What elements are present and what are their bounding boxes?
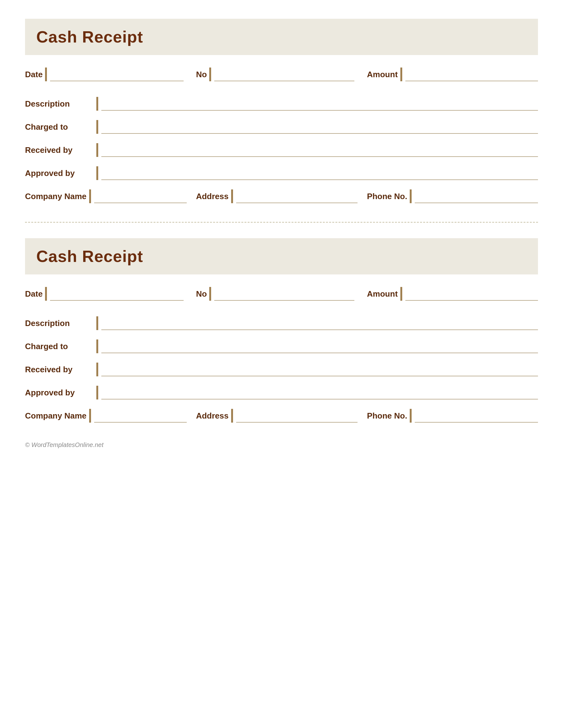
- receipt-1-description-row: Description: [25, 97, 538, 111]
- receipt-2: Cash Receipt Date No Amount Description: [25, 238, 538, 423]
- receipt-2-received-divider: [96, 363, 98, 376]
- receipt-1-address-label: Address: [196, 192, 229, 201]
- receipt-1-bottom-row: Company Name Address Phone No.: [25, 189, 538, 203]
- receipt-1-company-label: Company Name: [25, 192, 87, 201]
- receipt-2-address-label: Address: [196, 411, 229, 421]
- receipt-1-description-field[interactable]: [101, 97, 538, 111]
- receipt-1-no-label: No: [196, 70, 207, 79]
- receipt-2-received-field[interactable]: [101, 363, 538, 376]
- receipt-1-amount-field[interactable]: [405, 68, 538, 81]
- receipt-1: Cash Receipt Date No Amount Description: [25, 19, 538, 203]
- receipt-2-company-divider: [89, 409, 91, 423]
- receipt-2-date-label: Date: [25, 289, 43, 299]
- page-container: Cash Receipt Date No Amount Description: [25, 19, 538, 449]
- receipt-2-company-group: Company Name: [25, 409, 196, 423]
- receipt-1-description-label: Description: [25, 99, 94, 109]
- receipt-1-no-divider: [209, 68, 211, 81]
- receipt-2-bottom-row: Company Name Address Phone No.: [25, 409, 538, 423]
- receipt-2-approved-label: Approved by: [25, 388, 94, 398]
- receipt-2-date-group: Date: [25, 287, 196, 301]
- receipt-1-date-group: Date: [25, 68, 196, 81]
- receipt-2-approved-divider: [96, 386, 98, 399]
- receipt-1-no-field[interactable]: [214, 68, 355, 81]
- receipt-1-date-label: Date: [25, 70, 43, 79]
- receipt-1-date-divider: [45, 68, 47, 81]
- receipt-2-description-divider: [96, 316, 98, 330]
- receipt-1-phone-divider: [410, 189, 412, 203]
- receipt-2-address-group: Address: [196, 409, 367, 423]
- receipt-1-approved-field[interactable]: [101, 166, 538, 180]
- receipt-2-address-divider: [231, 409, 233, 423]
- receipt-2-description-label: Description: [25, 319, 94, 328]
- receipt-2-amount-field[interactable]: [405, 287, 538, 301]
- receipt-2-title: Cash Receipt: [36, 247, 143, 265]
- receipt-2-description-row: Description: [25, 316, 538, 330]
- receipt-1-amount-group: Amount: [367, 68, 538, 81]
- receipt-1-header: Cash Receipt: [25, 19, 538, 55]
- receipt-2-date-divider: [45, 287, 47, 301]
- receipt-1-date-field[interactable]: [50, 68, 183, 81]
- receipt-1-company-divider: [89, 189, 91, 203]
- receipt-2-amount-label: Amount: [367, 289, 398, 299]
- receipt-2-charged-row: Charged to: [25, 339, 538, 353]
- receipt-2-top-row: Date No Amount: [25, 287, 538, 301]
- receipt-2-charged-field[interactable]: [101, 339, 538, 353]
- receipt-divider: [25, 222, 538, 223]
- receipt-1-received-row: Received by: [25, 143, 538, 157]
- receipt-1-amount-divider: [400, 68, 402, 81]
- receipt-1-address-group: Address: [196, 189, 367, 203]
- receipt-2-no-field[interactable]: [214, 287, 355, 301]
- receipt-1-title: Cash Receipt: [36, 28, 143, 46]
- receipt-2-phone-group: Phone No.: [367, 409, 538, 423]
- receipt-2-description-field[interactable]: [101, 316, 538, 330]
- receipt-2-phone-field[interactable]: [415, 409, 538, 423]
- receipt-1-approved-row: Approved by: [25, 166, 538, 180]
- receipt-2-no-label: No: [196, 289, 207, 299]
- receipt-1-phone-label: Phone No.: [367, 192, 407, 201]
- receipt-1-description-divider: [96, 97, 98, 111]
- receipt-1-company-group: Company Name: [25, 189, 196, 203]
- receipt-2-received-label: Received by: [25, 365, 94, 374]
- receipt-2-company-field[interactable]: [94, 409, 187, 423]
- receipt-2-approved-row: Approved by: [25, 386, 538, 399]
- receipt-2-phone-label: Phone No.: [367, 411, 407, 421]
- receipt-2-header: Cash Receipt: [25, 238, 538, 274]
- receipt-2-amount-group: Amount: [367, 287, 538, 301]
- receipt-2-address-field[interactable]: [236, 409, 358, 423]
- receipt-1-amount-label: Amount: [367, 70, 398, 79]
- receipt-1-company-field[interactable]: [94, 189, 187, 203]
- receipt-1-received-label: Received by: [25, 145, 94, 155]
- receipt-1-received-field[interactable]: [101, 143, 538, 157]
- receipt-1-no-group: No: [196, 68, 367, 81]
- receipt-2-date-field[interactable]: [50, 287, 183, 301]
- receipt-1-charged-divider: [96, 120, 98, 134]
- receipt-2-phone-divider: [410, 409, 412, 423]
- receipt-2-charged-divider: [96, 339, 98, 353]
- receipt-2-received-row: Received by: [25, 363, 538, 376]
- receipt-2-approved-field[interactable]: [101, 386, 538, 399]
- receipt-1-address-field[interactable]: [236, 189, 358, 203]
- footer-copyright: © WordTemplatesOnline.net: [25, 441, 538, 449]
- receipt-1-approved-divider: [96, 166, 98, 180]
- receipt-1-received-divider: [96, 143, 98, 157]
- receipt-1-phone-group: Phone No.: [367, 189, 538, 203]
- receipt-2-company-label: Company Name: [25, 411, 87, 421]
- receipt-1-charged-label: Charged to: [25, 122, 94, 132]
- receipt-1-charged-row: Charged to: [25, 120, 538, 134]
- receipt-1-top-row: Date No Amount: [25, 68, 538, 81]
- receipt-1-phone-field[interactable]: [415, 189, 538, 203]
- receipt-1-charged-field[interactable]: [101, 120, 538, 134]
- receipt-1-approved-label: Approved by: [25, 168, 94, 178]
- receipt-2-charged-label: Charged to: [25, 342, 94, 351]
- receipt-1-address-divider: [231, 189, 233, 203]
- receipt-2-no-divider: [209, 287, 211, 301]
- receipt-2-amount-divider: [400, 287, 402, 301]
- receipt-2-no-group: No: [196, 287, 367, 301]
